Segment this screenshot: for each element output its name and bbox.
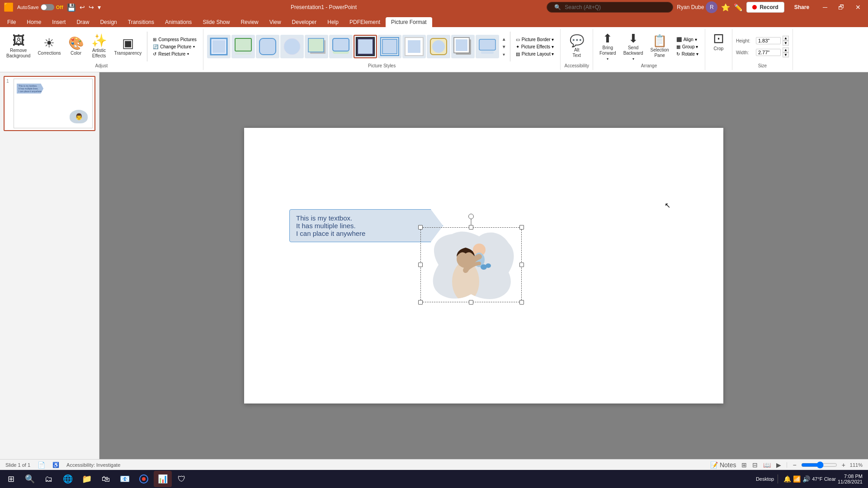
redo-icon[interactable]: ↪ xyxy=(89,4,94,11)
normal-view-button[interactable]: ⊞ xyxy=(741,460,748,469)
wifi-icon[interactable]: 📶 xyxy=(793,475,801,483)
style-simple-frame[interactable] xyxy=(207,35,231,58)
corrections-button[interactable]: ☀ Corrections xyxy=(35,35,63,58)
style-dark-frame[interactable] xyxy=(354,35,377,58)
group-button[interactable]: ▦ Group ▾ xyxy=(674,43,701,50)
style-reflection2[interactable] xyxy=(476,35,499,58)
notes-button[interactable]: 📝 Notes xyxy=(709,460,737,469)
picture-border-button[interactable]: ▭ Picture Border ▾ xyxy=(513,36,557,43)
compress-pictures-button[interactable]: ⊞ Compress Pictures xyxy=(150,36,199,43)
handle-bot-mid[interactable] xyxy=(469,300,473,305)
picture-effects-button[interactable]: ✦ Picture Effects ▾ xyxy=(513,43,557,50)
width-up[interactable]: ▲ xyxy=(783,47,789,52)
canvas-area[interactable]: This is my textbox. It has multiple line… xyxy=(99,72,868,459)
store-button[interactable]: 🛍 xyxy=(97,471,115,487)
slide-outline-icon[interactable]: 📄 xyxy=(38,461,45,469)
handle-top-mid[interactable] xyxy=(469,225,473,230)
width-input[interactable] xyxy=(756,49,781,56)
volume-icon[interactable]: 🔊 xyxy=(802,475,810,483)
slide-sorter-button[interactable]: ⊟ xyxy=(751,460,759,469)
desktop-button[interactable]: Desktop xyxy=(756,476,774,482)
style-shadow[interactable] xyxy=(305,35,328,58)
antivirus-button[interactable]: 🛡 xyxy=(173,471,191,487)
height-up[interactable]: ▲ xyxy=(783,36,789,41)
start-button[interactable]: ⊞ xyxy=(2,471,20,487)
artistic-effects-button[interactable]: ✨ ArtisticEffects xyxy=(89,33,110,61)
tab-picture-format[interactable]: Picture Format xyxy=(386,17,432,27)
zoom-slider[interactable] xyxy=(801,461,837,469)
rotate-button[interactable]: ↻ Rotate ▾ xyxy=(674,51,701,57)
rotate-handle[interactable] xyxy=(468,214,474,219)
style-center-shadow[interactable] xyxy=(451,35,475,58)
tab-home[interactable]: Home xyxy=(21,17,47,27)
autosave-pill[interactable] xyxy=(41,4,54,10)
tab-animations[interactable]: Animations xyxy=(160,17,197,27)
notification-icon[interactable]: 🔔 xyxy=(783,475,791,483)
remove-background-button[interactable]: 🖼 RemoveBackground xyxy=(4,33,33,61)
zoom-in-button[interactable]: + xyxy=(841,460,846,469)
alt-text-button[interactable]: 💬 AltText xyxy=(566,33,588,60)
tab-slideshow[interactable]: Slide Show xyxy=(197,17,235,27)
task-view-button[interactable]: 🗂 xyxy=(40,471,58,487)
search-input[interactable] xyxy=(565,4,655,10)
style-double-frame[interactable] xyxy=(378,35,401,58)
handle-top-right[interactable] xyxy=(519,225,524,230)
gallery-scroll[interactable]: ▲ ▼ ▾ xyxy=(501,35,507,58)
reset-picture-button[interactable]: ↺ Reset Picture ▾ xyxy=(150,51,199,57)
crop-button[interactable]: ⊡ Crop xyxy=(709,30,727,53)
save-icon[interactable]: 💾 xyxy=(67,3,76,12)
picture-layout-button[interactable]: ▤ Picture Layout ▾ xyxy=(513,51,557,57)
tab-design[interactable]: Design xyxy=(94,17,122,27)
tab-review[interactable]: Review xyxy=(235,17,264,27)
reading-view-button[interactable]: 📖 xyxy=(762,460,772,469)
search-bar[interactable]: 🔍 xyxy=(547,2,673,13)
pen-icon[interactable]: ✏️ xyxy=(734,3,743,12)
share-button[interactable]: Share xyxy=(788,2,816,12)
tab-developer[interactable]: Developer xyxy=(287,17,322,27)
style-3d[interactable] xyxy=(329,35,353,58)
color-button[interactable]: 🎨 Color xyxy=(66,35,87,58)
handle-mid-left[interactable] xyxy=(418,263,423,267)
style-reflected[interactable] xyxy=(231,35,255,58)
handle-bot-left[interactable] xyxy=(418,300,423,305)
transparency-button[interactable]: ▣ Transparency xyxy=(112,35,145,58)
gallery-scroll-up[interactable]: ▲ xyxy=(501,35,507,42)
record-button[interactable]: Record xyxy=(746,2,784,13)
style-thick-matte[interactable] xyxy=(402,35,426,58)
slideshow-button[interactable]: ▶ xyxy=(775,460,782,469)
bring-forward-button[interactable]: ⬆ BringForward ▾ xyxy=(597,31,619,63)
designer-icon[interactable]: ⭐ xyxy=(721,3,730,12)
tab-draw[interactable]: Draw xyxy=(71,17,94,27)
send-backward-button[interactable]: ⬇ SendBackward ▾ xyxy=(621,31,646,63)
handle-mid-right[interactable] xyxy=(519,263,524,267)
tab-view[interactable]: View xyxy=(264,17,287,27)
minimize-button[interactable]: ─ xyxy=(819,3,831,12)
gallery-scroll-down[interactable]: ▼ xyxy=(501,43,507,50)
change-picture-button[interactable]: 🔄 Change Picture ▾ xyxy=(150,43,199,50)
gallery-more[interactable]: ▾ xyxy=(501,51,507,58)
close-button[interactable]: ✕ xyxy=(852,3,864,12)
slide-canvas[interactable]: This is my textbox. It has multiple line… xyxy=(244,128,723,404)
style-soft-edge[interactable] xyxy=(280,35,304,58)
handle-bot-right[interactable] xyxy=(519,300,524,305)
width-down[interactable]: ▼ xyxy=(783,52,789,57)
tab-transitions[interactable]: Transitions xyxy=(123,17,160,27)
explorer-button[interactable]: 📁 xyxy=(78,471,96,487)
style-simple-frame2[interactable] xyxy=(427,35,450,58)
slide-picture[interactable] xyxy=(420,227,522,302)
selection-pane-button[interactable]: 📋 SelectionPane xyxy=(648,33,672,60)
handle-top-left[interactable] xyxy=(418,225,423,230)
chrome-button[interactable] xyxy=(135,471,153,487)
slide-thumbnail-1[interactable]: 1 This is my textbox.It has multiple lin… xyxy=(4,76,95,131)
tab-insert[interactable]: Insert xyxy=(47,17,71,27)
undo-icon[interactable]: ↩ xyxy=(80,4,85,11)
tab-file[interactable]: File xyxy=(2,17,21,27)
mail-button[interactable]: 📧 xyxy=(116,471,134,487)
powerpoint-taskbar-button[interactable]: 📊 xyxy=(154,471,172,487)
align-button[interactable]: ⬛ Align ▾ xyxy=(674,36,701,43)
height-down[interactable]: ▼ xyxy=(783,41,789,46)
style-rounded[interactable] xyxy=(256,35,279,58)
height-input[interactable] xyxy=(756,37,781,44)
search-button[interactable]: 🔍 xyxy=(21,471,39,487)
tab-help[interactable]: Help xyxy=(322,17,344,27)
